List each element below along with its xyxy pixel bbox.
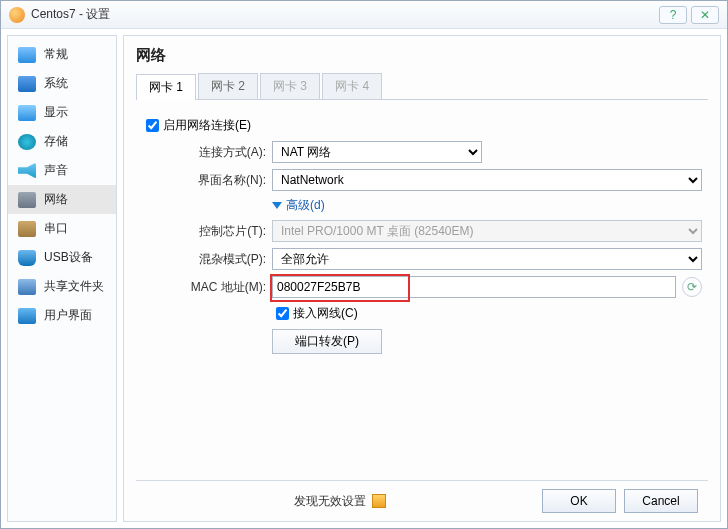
sidebar-item-label: 网络 (44, 191, 68, 208)
mac-label: MAC 地址(M): (168, 279, 272, 296)
sidebar-item-ui[interactable]: 用户界面 (8, 301, 116, 330)
general-icon (18, 47, 36, 63)
display-icon (18, 105, 36, 121)
usb-icon (18, 250, 36, 266)
main-panel: 网络 网卡 1 网卡 2 网卡 3 网卡 4 启用网络连接(E) 连接方式(A)… (123, 35, 721, 522)
tab-adapter-4[interactable]: 网卡 4 (322, 73, 382, 99)
cable-connected-checkbox[interactable] (276, 307, 289, 320)
advanced-toggle[interactable]: 高级(d) (272, 197, 325, 214)
app-icon (9, 7, 25, 23)
audio-icon (18, 163, 36, 179)
cable-connected-label: 接入网线(C) (293, 305, 358, 322)
attach-label: 连接方式(A): (168, 144, 272, 161)
sidebar-item-label: 用户界面 (44, 307, 92, 324)
name-label: 界面名称(N): (168, 172, 272, 189)
name-select[interactable]: NatNetwork (272, 169, 702, 191)
attach-select[interactable]: NAT 网络 (272, 141, 482, 163)
settings-window: Centos7 - 设置 ? ✕ 常规 系统 显示 存储 声音 网络 串口 US… (0, 0, 728, 529)
enable-network-checkbox[interactable] (146, 119, 159, 132)
network-icon (18, 192, 36, 208)
sidebar-item-usb[interactable]: USB设备 (8, 243, 116, 272)
tab-adapter-3[interactable]: 网卡 3 (260, 73, 320, 99)
folder-icon (18, 279, 36, 295)
sidebar-item-label: 存储 (44, 133, 68, 150)
sidebar-item-system[interactable]: 系统 (8, 69, 116, 98)
sidebar-item-storage[interactable]: 存储 (8, 127, 116, 156)
chevron-down-icon (272, 202, 282, 209)
system-icon (18, 76, 36, 92)
port-forwarding-button[interactable]: 端口转发(P) (272, 329, 382, 354)
adapter-form: 启用网络连接(E) 连接方式(A): NAT 网络 界面名称(N): NatNe… (136, 100, 708, 480)
warning-icon (372, 494, 386, 508)
mac-address-input[interactable] (272, 276, 676, 298)
sidebar-item-label: 声音 (44, 162, 68, 179)
adapter-tabs: 网卡 1 网卡 2 网卡 3 网卡 4 (136, 73, 708, 100)
close-button[interactable]: ✕ (691, 6, 719, 24)
sidebar-item-shared[interactable]: 共享文件夹 (8, 272, 116, 301)
tab-adapter-1[interactable]: 网卡 1 (136, 74, 196, 100)
adapter-type-select: Intel PRO/1000 MT 桌面 (82540EM) (272, 220, 702, 242)
sidebar-item-audio[interactable]: 声音 (8, 156, 116, 185)
window-body: 常规 系统 显示 存储 声音 网络 串口 USB设备 共享文件夹 用户界面 网络… (1, 29, 727, 528)
footer: 发现无效设置 OK Cancel (136, 480, 708, 521)
sidebar-item-general[interactable]: 常规 (8, 40, 116, 69)
ui-icon (18, 308, 36, 324)
sidebar-item-label: USB设备 (44, 249, 93, 266)
refresh-mac-icon[interactable]: ⟳ (682, 277, 702, 297)
tab-adapter-2[interactable]: 网卡 2 (198, 73, 258, 99)
promisc-select[interactable]: 全部允许 (272, 248, 702, 270)
sidebar-item-serial[interactable]: 串口 (8, 214, 116, 243)
sidebar-item-label: 共享文件夹 (44, 278, 104, 295)
adapter-type-label: 控制芯片(T): (168, 223, 272, 240)
promisc-label: 混杂模式(P): (168, 251, 272, 268)
sidebar-item-network[interactable]: 网络 (8, 185, 116, 214)
sidebar-item-label: 串口 (44, 220, 68, 237)
enable-network-label: 启用网络连接(E) (163, 117, 251, 134)
titlebar: Centos7 - 设置 ? ✕ (1, 1, 727, 29)
sidebar-item-label: 常规 (44, 46, 68, 63)
page-title: 网络 (136, 46, 708, 65)
ok-button[interactable]: OK (542, 489, 616, 513)
cancel-button[interactable]: Cancel (624, 489, 698, 513)
help-button[interactable]: ? (659, 6, 687, 24)
serial-icon (18, 221, 36, 237)
sidebar-item-display[interactable]: 显示 (8, 98, 116, 127)
sidebar-item-label: 显示 (44, 104, 68, 121)
sidebar-item-label: 系统 (44, 75, 68, 92)
invalid-settings-warning: 发现无效设置 (146, 493, 534, 510)
storage-icon (18, 134, 36, 150)
sidebar: 常规 系统 显示 存储 声音 网络 串口 USB设备 共享文件夹 用户界面 (7, 35, 117, 522)
window-title: Centos7 - 设置 (31, 6, 655, 23)
